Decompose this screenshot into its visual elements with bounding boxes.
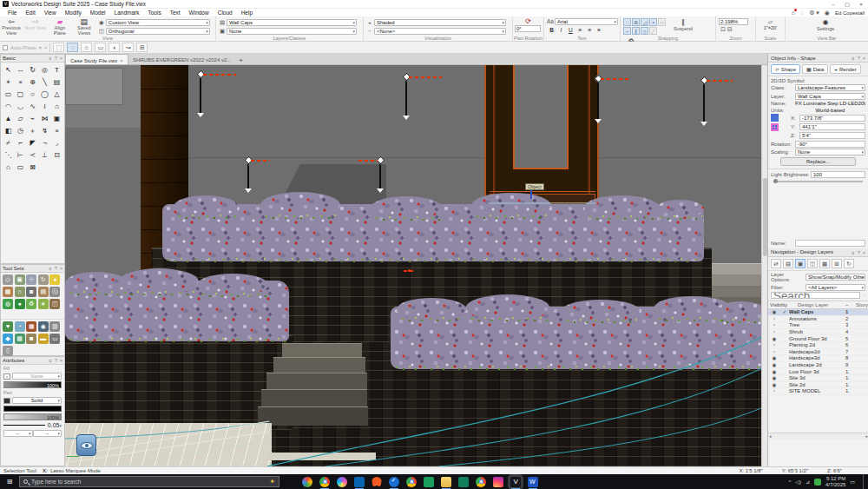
cloud-toolset-icon[interactable]: ◔ xyxy=(15,321,25,332)
spreadsheet-app-icon[interactable] xyxy=(424,477,434,487)
table-row[interactable]: ◉ Low Floor 3d 1. xyxy=(768,368,868,375)
nav-saved-views-icon[interactable]: ⊞ xyxy=(832,259,842,268)
snap-angle-icon[interactable]: ◿ xyxy=(641,18,648,26)
pen-swatch[interactable] xyxy=(3,398,10,404)
door-toolset-icon[interactable]: ◫ xyxy=(49,299,60,309)
table-row[interactable]: × Hardscape2d 7 xyxy=(768,349,868,356)
notification-center-icon[interactable]: ▭ xyxy=(850,479,855,485)
x-coordinate-field[interactable]: -173 7/8" xyxy=(799,115,865,122)
layer-name[interactable]: Site 2d xyxy=(789,382,845,387)
offset-tool[interactable]: ◞ xyxy=(51,137,62,149)
site-toolset-icon[interactable]: ⌂ xyxy=(15,287,25,297)
toolset-icon[interactable]: ◇ xyxy=(3,274,13,285)
snap-edge-icon[interactable]: ⌐ xyxy=(623,27,631,35)
table-row[interactable]: × SITE MODEL 1. xyxy=(768,388,868,395)
light-fixture-marker[interactable] xyxy=(247,160,249,188)
filter-dropdown[interactable]: <All Layers> xyxy=(806,284,865,291)
pinwheel-app-icon[interactable] xyxy=(302,477,312,487)
col-visibility[interactable]: Visibility xyxy=(768,302,789,307)
layer-name[interactable]: Hardscape2d xyxy=(789,349,845,354)
snap-distance-icon[interactable]: ▭ xyxy=(658,18,666,26)
camera-toolset-icon[interactable]: ◉ xyxy=(38,321,49,332)
text-tool[interactable]: T xyxy=(51,64,62,76)
rounded-rectangle-tool[interactable]: ▢ xyxy=(15,89,26,100)
polygon-tool[interactable]: ⌂ xyxy=(51,101,62,112)
heart-toolset-icon[interactable]: ♥ xyxy=(3,321,13,332)
layer-options-dropdown[interactable]: Show/Snap/Modify Others xyxy=(806,274,865,281)
italic-button[interactable]: I xyxy=(557,25,565,33)
scale-value[interactable]: 1"=20' xyxy=(756,25,785,30)
zoom-input[interactable] xyxy=(719,18,748,25)
move-mode-icon[interactable] xyxy=(771,114,779,122)
fill-opacity-slider[interactable]: 100% xyxy=(3,381,62,388)
menu-item[interactable]: Window xyxy=(185,9,214,17)
basic-palette-header[interactable]: Basic≡ ? × xyxy=(1,55,64,63)
polyline-tool[interactable]: ≀ xyxy=(39,101,50,112)
taskbar-search[interactable]: Type here to search ✦ xyxy=(19,476,279,487)
visibility-toggle[interactable]: ◉ xyxy=(768,336,780,341)
end-marker-dropdown[interactable]: → xyxy=(33,430,62,437)
brave-icon[interactable] xyxy=(372,477,382,487)
attribute-mapping-tool[interactable]: ⌁ xyxy=(27,113,38,124)
view-bar-settings-button[interactable]: ◉Settings xyxy=(786,17,865,31)
visibility-toggle[interactable]: ◉ xyxy=(768,382,780,387)
oval-tool[interactable]: ◯ xyxy=(39,89,50,100)
underline-button[interactable]: U xyxy=(567,25,575,33)
reference-point-icon[interactable] xyxy=(771,123,779,131)
layer-name[interactable]: SITE MODEL xyxy=(789,388,845,393)
font-dropdown[interactable]: Arial xyxy=(555,18,618,25)
table-toolset-icon[interactable]: ▭ xyxy=(49,334,60,344)
outlook-icon[interactable] xyxy=(354,477,365,487)
active-class-dropdown[interactable]: None xyxy=(227,28,357,35)
plan-rotation-input[interactable] xyxy=(515,25,541,32)
network-icon[interactable]: ⊿ xyxy=(806,479,810,485)
leaf-toolset-icon[interactable]: ∗ xyxy=(38,299,49,309)
nav-classes-icon[interactable]: ▤ xyxy=(783,259,793,268)
toolset-icon[interactable]: ▦ xyxy=(3,287,13,297)
table-row[interactable]: × Shrub 4 xyxy=(768,329,868,336)
symbol-insertion-tool[interactable]: ⊕ xyxy=(27,76,38,88)
chrome-icon[interactable] xyxy=(406,477,417,487)
stake-tool[interactable]: ▭ xyxy=(15,162,26,173)
close-tab-icon[interactable]: × xyxy=(120,58,123,63)
layer-name[interactable]: Hardscape3d xyxy=(789,355,845,360)
palette-window-icons[interactable]: ≡ ? × xyxy=(49,266,63,271)
selection-tool[interactable]: ↖ xyxy=(3,64,14,76)
tree-toolset-icon[interactable]: ● xyxy=(15,299,25,309)
visibility-toggle[interactable]: ◉ xyxy=(768,362,780,367)
rectangle-tool[interactable]: ▭ xyxy=(3,89,14,100)
chamfer-tool[interactable]: ◤ xyxy=(27,137,38,149)
close-button[interactable]: × xyxy=(854,0,868,9)
toolset-icon[interactable]: ▤ xyxy=(38,287,49,297)
landscape-toolset-icon[interactable]: ♻ xyxy=(26,299,36,309)
wall-tool[interactable]: ▤ xyxy=(51,76,62,88)
layer-dropdown[interactable]: Wall Caps xyxy=(795,93,865,100)
snap-grid-icon[interactable]: ∷ xyxy=(623,18,631,26)
lasso-marquee-mode-icon[interactable]: ◌ xyxy=(67,43,78,52)
z-coordinate-field[interactable]: 5'4" xyxy=(799,132,865,139)
flyover-tool[interactable]: ↻ xyxy=(27,64,38,76)
line-weight-value[interactable]: 0.05 xyxy=(48,422,60,428)
move-by-points-tool[interactable]: ＋ xyxy=(27,125,38,136)
instagram-icon[interactable] xyxy=(493,477,503,487)
visibility-toggle[interactable]: ◉ xyxy=(768,375,780,380)
menu-item[interactable]: Help xyxy=(237,9,257,17)
rotate-tool[interactable]: ◷ xyxy=(15,125,26,136)
layer-name[interactable]: Site 3d xyxy=(789,375,845,380)
nav-references-icon[interactable]: ↻ xyxy=(844,259,854,268)
tab-render[interactable]: ◒Render xyxy=(830,64,860,74)
fill-swatch[interactable]: × xyxy=(3,373,10,380)
tray-expand-icon[interactable]: ^ xyxy=(788,479,791,485)
toolset-icon[interactable]: ⊹ xyxy=(26,274,36,285)
layer-name[interactable]: Tree xyxy=(789,322,845,327)
clear-icon[interactable]: × xyxy=(44,45,48,50)
align-center-button[interactable]: ≡ xyxy=(586,25,594,33)
file-explorer-icon[interactable] xyxy=(441,477,451,487)
navigation-header[interactable]: Navigation - Design Layers≡ ? × xyxy=(768,248,868,257)
palette-window-icons[interactable]: ≡ ? × xyxy=(852,250,866,255)
suspend-snapping-button[interactable]: ∥Suspend xyxy=(673,17,694,31)
menu-item[interactable]: Cloud xyxy=(214,9,237,17)
minimize-button[interactable]: – xyxy=(826,0,840,9)
visibility-toggle[interactable]: × xyxy=(768,316,780,321)
bold-button[interactable]: B xyxy=(548,25,556,33)
